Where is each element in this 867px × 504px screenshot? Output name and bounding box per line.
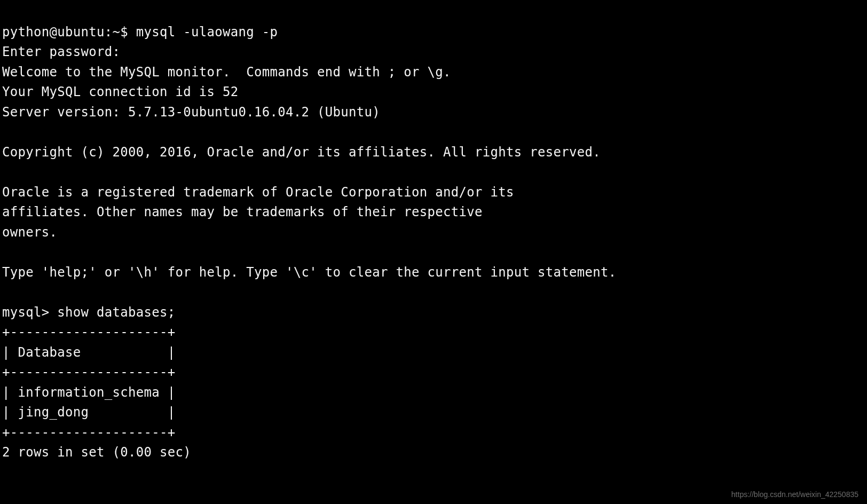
table-row: | information_schema | bbox=[2, 385, 175, 400]
mysql-trademark-line-2: affiliates. Other names may be trademark… bbox=[2, 204, 483, 219]
mysql-trademark-line-1: Oracle is a registered trademark of Orac… bbox=[2, 185, 514, 200]
table-footer: 2 rows in set (0.00 sec) bbox=[2, 445, 191, 460]
mysql-welcome: Welcome to the MySQL monitor. Commands e… bbox=[2, 65, 451, 80]
mysql-prompt: mysql> bbox=[2, 305, 50, 320]
table-row: | jing_dong | bbox=[2, 405, 175, 420]
mysql-command: show databases; bbox=[57, 305, 175, 320]
table-border-bottom: +--------------------+ bbox=[2, 425, 175, 440]
watermark: https://blog.csdn.net/weixin_42250835 bbox=[731, 490, 858, 499]
mysql-trademark-line-3: owners. bbox=[2, 225, 57, 240]
table-header: | Database | bbox=[2, 345, 175, 360]
terminal-output[interactable]: python@ubuntu:~$ mysql -ulaowang -p Ente… bbox=[0, 0, 867, 463]
mysql-server-version: Server version: 5.7.13-0ubuntu0.16.04.2 … bbox=[2, 105, 380, 120]
table-border-top: +--------------------+ bbox=[2, 325, 175, 340]
mysql-help-line: Type 'help;' or '\h' for help. Type '\c'… bbox=[2, 265, 616, 280]
mysql-copyright: Copyright (c) 2000, 2016, Oracle and/or … bbox=[2, 145, 601, 160]
shell-prompt: python@ubuntu:~$ bbox=[2, 25, 128, 40]
table-border-mid: +--------------------+ bbox=[2, 365, 175, 380]
shell-command: mysql -ulaowang -p bbox=[136, 25, 278, 40]
mysql-enter-password: Enter password: bbox=[2, 44, 120, 59]
mysql-connection-id: Your MySQL connection id is 52 bbox=[2, 84, 238, 99]
